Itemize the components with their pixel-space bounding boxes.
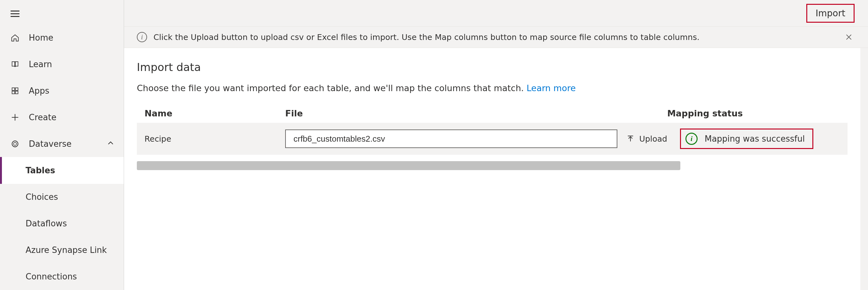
- status-success-pill: i Mapping was successful: [680, 129, 813, 149]
- chevron-up-icon: [106, 139, 115, 149]
- topbar: Import: [124, 0, 868, 26]
- page-description: Choose the file you want imported for ea…: [137, 83, 847, 93]
- close-icon: [845, 33, 852, 41]
- page-title: Import data: [137, 61, 847, 73]
- nav-synapse-label: Azure Synapse Link: [26, 245, 107, 255]
- table-row: Recipe Upload i Mapping was successful: [137, 123, 847, 155]
- nav-apps[interactable]: Apps: [0, 77, 124, 104]
- upload-button[interactable]: Upload: [626, 134, 667, 143]
- menu-icon: [9, 8, 21, 19]
- content-card: Import data Choose the file you want imp…: [124, 48, 860, 290]
- main-area: Import i Click the Upload button to uplo…: [124, 0, 868, 290]
- table-header: Name File Mapping status: [137, 108, 847, 123]
- nav-dataflows-label: Dataflows: [26, 219, 67, 228]
- apps-icon: [9, 85, 21, 96]
- page-description-text: Choose the file you want imported for ea…: [137, 83, 527, 93]
- nav-home[interactable]: Home: [0, 24, 124, 51]
- info-banner: i Click the Upload button to upload csv …: [124, 26, 868, 48]
- success-icon: i: [685, 133, 698, 145]
- dataverse-icon: [9, 138, 21, 149]
- nav-dataverse[interactable]: Dataverse: [0, 130, 124, 157]
- nav-dataflows[interactable]: Dataflows: [0, 211, 124, 237]
- learn-more-link[interactable]: Learn more: [527, 83, 576, 93]
- home-icon: [9, 32, 21, 43]
- nav-home-label: Home: [29, 33, 53, 42]
- plus-icon: [9, 112, 21, 123]
- banner-text: Click the Upload button to upload csv or…: [153, 33, 836, 42]
- file-input[interactable]: [285, 129, 617, 148]
- nav-apps-label: Apps: [29, 86, 49, 96]
- info-icon: i: [137, 32, 147, 42]
- row-file-cell: Upload: [285, 129, 667, 148]
- nav-tables-label: Tables: [26, 166, 55, 175]
- nav-connections-label: Connections: [26, 272, 77, 281]
- horizontal-scrollbar[interactable]: [137, 161, 680, 170]
- col-header-name: Name: [145, 108, 285, 118]
- left-nav: Home Learn Apps Create Dataverse: [0, 0, 124, 290]
- nav-create[interactable]: Create: [0, 104, 124, 130]
- svg-point-0: [12, 141, 18, 147]
- col-header-status: Mapping status: [667, 108, 840, 118]
- upload-icon: [626, 135, 634, 143]
- nav-dataverse-label: Dataverse: [29, 139, 72, 149]
- nav-connections[interactable]: Connections: [0, 263, 124, 290]
- col-header-file: File: [285, 108, 667, 118]
- nav-choices-label: Choices: [26, 192, 58, 202]
- hamburger-button[interactable]: [0, 3, 124, 24]
- import-button[interactable]: Import: [806, 4, 855, 23]
- nav-synapse[interactable]: Azure Synapse Link: [0, 237, 124, 263]
- banner-close-button[interactable]: [842, 31, 855, 43]
- import-button-label: Import: [815, 8, 845, 19]
- nav-choices[interactable]: Choices: [0, 184, 124, 211]
- nav-learn-label: Learn: [29, 60, 52, 69]
- nav-learn[interactable]: Learn: [0, 51, 124, 77]
- upload-button-label: Upload: [639, 134, 667, 143]
- row-name-cell: Recipe: [145, 134, 285, 143]
- status-text: Mapping was successful: [705, 134, 805, 143]
- row-status-cell: i Mapping was successful: [667, 129, 840, 149]
- nav-create-label: Create: [29, 112, 56, 122]
- book-icon: [9, 59, 21, 70]
- nav-tables[interactable]: Tables: [0, 157, 124, 184]
